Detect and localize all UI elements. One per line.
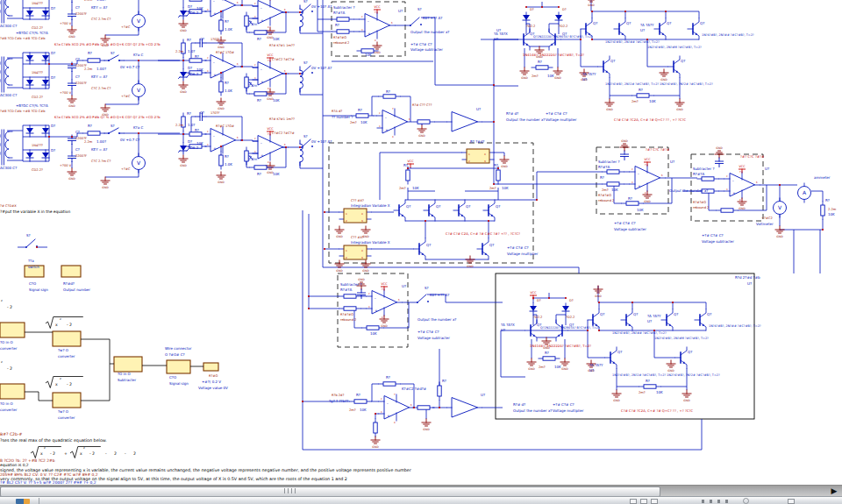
npn-transistor-symbol[interactable]	[695, 309, 706, 330]
wire[interactable]	[372, 96, 379, 116]
diode-symbol[interactable]	[555, 12, 562, 24]
capacitor-symbol[interactable]	[621, 151, 629, 160]
ground-symbol[interactable]: GND	[675, 99, 684, 111]
flow-block[interactable]	[61, 266, 81, 277]
ground-symbol[interactable]: GND	[179, 155, 188, 167]
resistor-symbol[interactable]	[182, 39, 185, 57]
npn-transistor-symbol[interactable]	[394, 200, 405, 221]
resistor-symbol[interactable]	[632, 94, 653, 97]
npn-transistor-symbol[interactable]	[598, 56, 610, 77]
resistor-symbol[interactable]	[413, 120, 434, 124]
meter-symbol[interactable]: V	[132, 81, 146, 100]
horizontal-scrollbar[interactable]: ▶	[0, 485, 842, 496]
ground-symbol[interactable]: GND	[500, 156, 509, 168]
ground-symbol[interactable]: GND	[217, 98, 225, 110]
resistor-symbol[interactable]	[332, 30, 353, 33]
scrollbar-right-arrow-icon[interactable]: ▶	[828, 486, 840, 496]
diode-symbol[interactable]	[562, 303, 569, 315]
npn-transistor-symbol[interactable]	[661, 309, 673, 330]
resistor-symbol[interactable]	[250, 31, 271, 34]
wire[interactable]	[494, 123, 603, 184]
npn-transistor-symbol[interactable]	[654, 18, 666, 39]
diode-symbol[interactable]	[26, 53, 33, 64]
ground-symbol[interactable]: GND	[715, 146, 724, 158]
wire[interactable]	[300, 162, 323, 168]
analog-block-symbol[interactable]: 1243	[339, 209, 371, 223]
npn-transistor-symbol[interactable]	[414, 238, 425, 259]
opamp-symbol[interactable]: -+23674	[377, 108, 412, 138]
opamp-symbol[interactable]: -+23674	[205, 0, 240, 22]
opamp-symbol[interactable]: -+23674	[630, 164, 665, 195]
inductor-symbol[interactable]	[300, 5, 303, 31]
npn-transistor-symbol[interactable]	[424, 200, 435, 221]
resistor-symbol[interactable]	[332, 18, 353, 21]
ground-symbol[interactable]: GND	[422, 419, 431, 431]
tray-square-icon[interactable]	[651, 499, 658, 504]
switch-blade-icon[interactable]	[410, 18, 422, 26]
diode-symbol[interactable]	[42, 53, 49, 64]
ground-symbol[interactable]: GND	[560, 358, 569, 371]
flow-block[interactable]	[167, 360, 190, 373]
ground-symbol[interactable]: GND	[101, 177, 110, 189]
resistor-symbol[interactable]	[438, 382, 441, 400]
opamp-symbol[interactable]: -+23674	[379, 394, 414, 424]
ground-symbol[interactable]: GND	[217, 172, 225, 184]
opamp-symbol[interactable]: -+23674	[367, 288, 402, 319]
diode-symbol[interactable]	[42, 150, 49, 161]
resistor-symbol[interactable]	[182, 113, 185, 131]
ground-symbol[interactable]: GND	[553, 67, 562, 80]
opamp-symbol[interactable]: -+23674	[360, 11, 395, 42]
flow-block[interactable]	[203, 363, 218, 371]
ground-symbol[interactable]: GND	[371, 437, 380, 449]
transformer-symbol[interactable]	[0, 0, 12, 23]
capacitor-symbol[interactable]	[68, 0, 76, 3]
resistor-symbol[interactable]	[496, 167, 500, 184]
npn-transistor-symbol[interactable]	[668, 56, 680, 77]
resistor-symbol[interactable]	[821, 202, 824, 219]
transformer-symbol[interactable]	[0, 57, 12, 92]
flow-block[interactable]	[0, 384, 25, 399]
switch-symbol[interactable]	[104, 128, 124, 134]
tray-square-icon[interactable]	[788, 499, 795, 504]
resistor-symbol[interactable]	[413, 406, 434, 409]
resistor-symbol[interactable]	[603, 170, 624, 174]
npn-transistor-symbol[interactable]	[614, 18, 625, 39]
flow-block[interactable]	[0, 323, 25, 337]
ground-symbol[interactable]: GND	[660, 69, 668, 82]
resistor-symbol[interactable]	[639, 385, 660, 388]
ground-symbol[interactable]: GND	[68, 26, 76, 39]
flow-block[interactable]	[53, 393, 81, 408]
ground-symbol[interactable]: GND	[68, 96, 76, 108]
ground-symbol[interactable]: GND	[605, 99, 614, 111]
wire[interactable]	[494, 39, 518, 86]
diode-symbol[interactable]	[26, 77, 33, 89]
opamp-symbol[interactable]: -+23674	[205, 126, 240, 157]
resistor-symbol[interactable]	[622, 202, 643, 205]
wire[interactable]	[81, 364, 110, 401]
diode-symbol[interactable]	[42, 125, 49, 137]
capacitor-symbol[interactable]	[716, 158, 724, 167]
resistor-symbol[interactable]	[250, 92, 271, 96]
ground-symbol[interactable]: GND	[682, 390, 691, 402]
resistor-symbol[interactable]	[185, 59, 206, 62]
opamp-symbol[interactable]: -+23674	[253, 60, 288, 90]
diode-symbol[interactable]	[26, 125, 33, 137]
wire[interactable]	[372, 384, 379, 401]
resistor-symbol[interactable]	[185, 0, 206, 1]
resistor-symbol[interactable]	[379, 382, 400, 386]
ground-symbol[interactable]: GND	[361, 260, 370, 273]
npn-transistor-symbol[interactable]	[483, 200, 495, 221]
vcc-symbol[interactable]: VCC	[407, 160, 414, 168]
npn-transistor-symbol[interactable]	[477, 238, 489, 259]
resistor-symbol[interactable]	[374, 419, 377, 437]
meter-symbol[interactable]: V	[132, 153, 146, 173]
diode-symbol[interactable]	[530, 303, 537, 315]
buffer-symbol[interactable]	[447, 398, 482, 417]
flow-block[interactable]	[114, 357, 142, 372]
vcc-symbol[interactable]: VCC	[530, 291, 537, 300]
ground-symbol[interactable]: GND	[335, 260, 344, 273]
inductor-symbol[interactable]	[300, 140, 303, 166]
wire[interactable]	[811, 191, 823, 202]
wire[interactable]	[709, 191, 717, 210]
buffer-symbol[interactable]	[447, 112, 482, 131]
